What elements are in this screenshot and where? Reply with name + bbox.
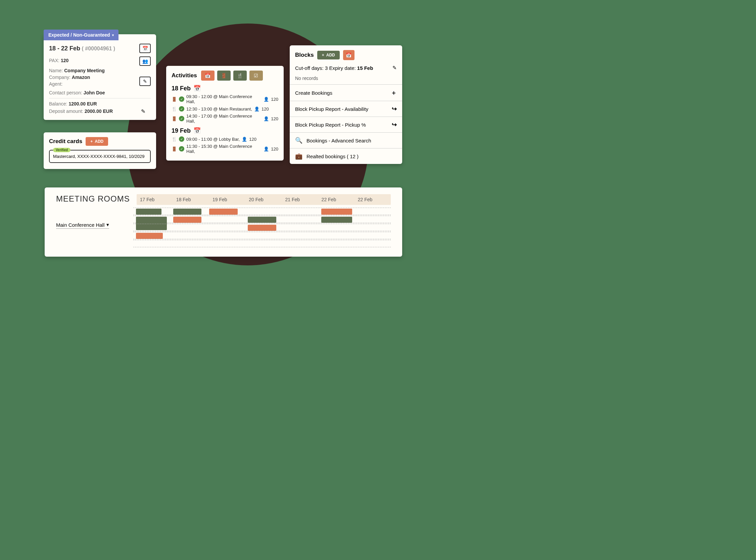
booking-dates: 18 - 22 Feb bbox=[49, 45, 80, 52]
door-icon: 🚪 bbox=[221, 73, 227, 78]
activity-item[interactable]: 🚪✓09:30 - 12:00 @ Main Conference Hall,👤… bbox=[171, 94, 278, 104]
search-icon: 🔍 bbox=[295, 137, 302, 144]
people-icon: 👥 bbox=[142, 58, 148, 64]
tab-tasks[interactable]: ☑ bbox=[249, 71, 263, 81]
cutoff-text: Cut-off days: 3 Expiry date: bbox=[295, 65, 357, 71]
calendar-button[interactable]: 📅 bbox=[139, 44, 151, 53]
card-text: Mastercard, XXXX-XXXX-XXXX-9841, 10/2029 bbox=[53, 154, 144, 159]
person-icon: 👤 bbox=[254, 106, 259, 112]
plus-icon: ＋ bbox=[391, 89, 397, 97]
calendar-icon: 📅 bbox=[193, 127, 201, 134]
cutlery-icon: 🍴 bbox=[237, 73, 243, 78]
room-select[interactable]: Main Conference Hall▾ bbox=[56, 222, 109, 229]
gantt-bar[interactable] bbox=[321, 208, 352, 215]
edit-details-button[interactable]: ✎ bbox=[139, 77, 151, 86]
check-icon: ✓ bbox=[179, 106, 184, 112]
activity-item[interactable]: 🚪✓11:30 - 15:30 @ Main Conference Hall,👤… bbox=[171, 144, 278, 154]
gantt-bar[interactable] bbox=[209, 208, 237, 215]
person-icon: 👤 bbox=[264, 116, 269, 121]
credit-cards-card: Credit cards +ADD Verified Mastercard, X… bbox=[44, 132, 156, 169]
gantt-bar[interactable] bbox=[173, 208, 202, 215]
activity-date: 19 Feb📅 bbox=[171, 127, 278, 134]
credit-card-entry[interactable]: Verified Mastercard, XXXX-XXXX-XXXX-9841… bbox=[49, 150, 151, 163]
check-icon: ✓ bbox=[179, 96, 184, 102]
check-icon: ✓ bbox=[179, 116, 184, 121]
arrow-icon: ↪ bbox=[392, 121, 397, 128]
door-icon: 🚪 bbox=[171, 146, 177, 152]
add-block-button[interactable]: +ADD bbox=[317, 51, 340, 59]
edit-cutoff-button[interactable]: ✎ bbox=[393, 65, 397, 71]
check-icon: ✓ bbox=[179, 146, 184, 152]
food-icon: 🍴 bbox=[171, 106, 177, 112]
no-records: No records bbox=[290, 74, 402, 84]
calendar-icon: 📅 bbox=[346, 53, 352, 58]
calendar-icon: 📅 bbox=[142, 46, 148, 51]
blocks-card: Blocks +ADD 📅 Cut-off days: 3 Expiry dat… bbox=[290, 45, 402, 164]
tab-food[interactable]: 🍴 bbox=[233, 71, 247, 81]
activity-item[interactable]: 🚪✓14:30 - 17:00 @ Main Conference Hall,👤… bbox=[171, 114, 278, 124]
activity-item[interactable]: 🍴✓12:30 - 13:00 @ Main Restaurant,👤120 bbox=[171, 106, 278, 112]
door-icon: 🚪 bbox=[171, 97, 177, 102]
booking-card: Expected / Non-Guaranteed 18 - 22 Feb ( … bbox=[44, 34, 156, 120]
person-icon: 👤 bbox=[264, 146, 269, 152]
add-card-button[interactable]: +ADD bbox=[86, 137, 108, 146]
calendar-icon: 📅 bbox=[193, 85, 201, 92]
briefcase-icon: 💼 bbox=[295, 153, 302, 160]
credit-title: Credit cards bbox=[49, 138, 82, 145]
gantt-bar[interactable] bbox=[136, 208, 162, 215]
edit-deposit-button[interactable]: ✎ bbox=[141, 108, 145, 115]
meeting-title: MEETING ROOMS bbox=[56, 194, 130, 204]
activity-item[interactable]: 🍴✓09:00 - 11:00 @ Lobby Bar,👤120 bbox=[171, 136, 278, 142]
contact-value: John Doe bbox=[84, 90, 105, 95]
people-button[interactable]: 👥 bbox=[139, 56, 151, 66]
block-action[interactable]: Block Pickup Report - Pickup %↪ bbox=[290, 117, 402, 133]
block-action[interactable]: 🔍Bookings - Advanced Search bbox=[290, 133, 402, 148]
booking-ref: ( #00004961 ) bbox=[82, 46, 115, 52]
food-icon: 🍴 bbox=[171, 137, 177, 142]
caret-down-icon: ▾ bbox=[106, 222, 109, 228]
cutoff-date: 15 Feb bbox=[357, 65, 373, 71]
activity-date: 18 Feb📅 bbox=[171, 85, 278, 92]
check-icon: ✓ bbox=[179, 136, 184, 142]
balance-value: 1200.00 EUR bbox=[68, 101, 97, 106]
gantt-chart bbox=[133, 203, 391, 246]
plus-icon: + bbox=[322, 53, 324, 57]
door-icon: 🚪 bbox=[171, 116, 177, 121]
activities-card: Activities 📅 🚪 🍴 ☑ 18 Feb📅🚪✓09:30 - 12:0… bbox=[166, 66, 284, 161]
activities-title: Activities bbox=[171, 72, 197, 79]
booking-name: Company Meeting bbox=[64, 68, 105, 73]
calendar-icon: 📅 bbox=[205, 73, 210, 78]
meeting-rooms-card: MEETING ROOMS 17 Feb18 Feb19 Feb20 Feb21… bbox=[45, 187, 402, 257]
arrow-icon: ↪ bbox=[392, 105, 397, 113]
blocks-calendar-button[interactable]: 📅 bbox=[343, 50, 355, 60]
status-dropdown[interactable]: Expected / Non-Guaranteed bbox=[44, 29, 119, 40]
tab-rooms[interactable]: 🚪 bbox=[217, 71, 231, 81]
checklist-icon: ☑ bbox=[254, 73, 258, 78]
blocks-title: Blocks bbox=[295, 52, 314, 58]
gantt-bar[interactable] bbox=[248, 225, 276, 231]
pax-value: 120 bbox=[61, 58, 68, 63]
plus-icon: + bbox=[90, 139, 93, 144]
gantt-bar[interactable] bbox=[136, 233, 163, 239]
person-icon: 👤 bbox=[242, 137, 247, 142]
block-action[interactable]: 💼Realted bookings ( 12 ) bbox=[290, 148, 402, 164]
verified-badge: Verified bbox=[53, 148, 70, 152]
deposit-value: 2000.00 EUR bbox=[85, 108, 113, 114]
pencil-icon: ✎ bbox=[143, 79, 147, 84]
block-action[interactable]: Create Bookings＋ bbox=[290, 85, 402, 101]
tab-calendar[interactable]: 📅 bbox=[201, 71, 214, 81]
person-icon: 👤 bbox=[264, 97, 269, 102]
company-value: Amazon bbox=[72, 75, 90, 80]
block-action[interactable]: Block Pickup Report - Availability↪ bbox=[290, 101, 402, 117]
